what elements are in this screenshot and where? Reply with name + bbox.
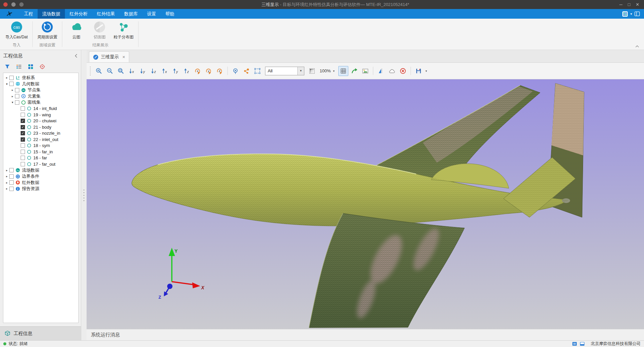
box-select-button[interactable]	[252, 66, 262, 76]
tree-item-face-set[interactable]: ▾面线集	[3, 99, 78, 106]
cloud-display-button[interactable]	[387, 66, 397, 76]
maximize-button[interactable]: □	[628, 2, 630, 7]
menu-tab-2[interactable]: 红外分析	[65, 9, 92, 19]
locate-target-icon[interactable]	[39, 64, 45, 70]
tree-item-element-set[interactable]: ▸元素集	[3, 93, 78, 100]
layout-panel-icon[interactable]	[634, 11, 640, 17]
panel-toggle-outline-icon[interactable]	[580, 341, 585, 346]
menu-tab-3[interactable]: 红外结果	[92, 9, 120, 19]
particle-trace-button[interactable]	[241, 66, 251, 76]
project-info-tab-button[interactable]: 工程信息	[0, 326, 81, 340]
tree-checkbox[interactable]	[15, 88, 19, 92]
ribbon-collapse-icon[interactable]	[635, 45, 639, 48]
tree-item-surface-18-sym[interactable]: 18 - sym	[3, 143, 78, 149]
menu-tab-5[interactable]: 设置	[143, 9, 161, 19]
tree-checkbox[interactable]: ✓	[21, 119, 25, 123]
panel-splitter[interactable]	[81, 50, 87, 340]
view-x-neg-button[interactable]: x	[127, 66, 137, 76]
tree-item-surface-23-nozzle_in[interactable]: ✓23 - nozzle_in	[3, 130, 78, 137]
tree-expand-arrow[interactable]: ▸	[5, 169, 9, 172]
tab-close-icon[interactable]: ✕	[122, 55, 125, 59]
view-z-pos-button[interactable]: z	[182, 66, 192, 76]
toolbar-drag-handle[interactable]	[89, 66, 91, 76]
screenshot-button[interactable]	[360, 66, 370, 76]
tab-3d-view[interactable]: 三维显示 ✕	[89, 51, 129, 62]
display-filter-combo[interactable]: All▼	[265, 67, 304, 75]
tree-expand-arrow[interactable]: ▸	[5, 187, 9, 190]
save-view-button[interactable]	[414, 66, 424, 76]
window-dot-gray-1[interactable]	[11, 2, 16, 7]
texture-button[interactable]	[307, 66, 317, 76]
tree-expand-arrow[interactable]: ▸	[10, 95, 15, 98]
tree-item-flow-data[interactable]: ▸流场数据	[3, 167, 78, 174]
tree-expand-arrow[interactable]: ▸	[5, 175, 9, 178]
export-view-button[interactable]	[349, 66, 359, 76]
tree-expand-arrow[interactable]: ▸	[5, 181, 9, 184]
tree-item-geometry-data[interactable]: ▾几何数据	[3, 81, 78, 87]
tree-item-surface-15-far_in[interactable]: 15 - far_in	[3, 149, 78, 155]
tree-item-surface-17-far_out[interactable]: 17 - far_out	[3, 161, 78, 167]
tree-checkbox[interactable]	[21, 113, 25, 117]
tree-checkbox[interactable]	[21, 143, 25, 148]
tree-expand-arrow[interactable]: ▸	[10, 88, 15, 92]
save-view-caret-icon[interactable]: ▾	[425, 69, 428, 73]
tree-checkbox[interactable]	[21, 162, 25, 166]
zoom-level-dropdown[interactable]: 100%▾	[318, 68, 337, 73]
rotate-x-button[interactable]: x	[193, 66, 203, 76]
tree-expand-arrow[interactable]: ▾	[10, 101, 15, 104]
view-z-neg-button[interactable]: z	[149, 66, 159, 76]
system-message-bar[interactable]: 系统运行消息	[87, 329, 644, 340]
ribbon-button-cloud-map[interactable]: 云图	[66, 20, 87, 42]
view-x-pos-button[interactable]: x	[160, 66, 170, 76]
filter-icon[interactable]	[4, 64, 10, 70]
tree-checkbox[interactable]	[9, 168, 14, 172]
tree-item-surface-21-body[interactable]: ✓21 - body	[3, 124, 78, 130]
close-button[interactable]: ✕	[636, 2, 639, 7]
rotate-z-button[interactable]: z	[215, 66, 225, 76]
view-y-neg-button[interactable]: y	[138, 66, 148, 76]
tree-item-report-resources[interactable]: ▸报告资源	[3, 186, 78, 192]
tree-expand-arrow[interactable]: ▸	[5, 76, 9, 79]
window-dot-red[interactable]	[3, 2, 8, 7]
tree-item-surface-22-inlet_out[interactable]: ✓22 - inlet_out	[3, 136, 78, 143]
tree-item-surface-14-int_fluid[interactable]: 14 - int_fluid	[3, 106, 78, 112]
tree-checkbox[interactable]: ✓	[21, 131, 25, 135]
menu-tab-6[interactable]: 帮助	[161, 9, 179, 19]
tree-expand-arrow[interactable]: ▾	[5, 82, 9, 86]
tree-item-surface-19-wing[interactable]: 19 - wing	[3, 112, 78, 118]
tree-checkbox[interactable]	[15, 94, 19, 98]
ribbon-button-particles[interactable]: 粒子分布图	[112, 20, 135, 42]
tree-checkbox[interactable]	[9, 174, 14, 179]
minimize-button[interactable]: ─	[619, 2, 622, 7]
theme-grid-icon[interactable]	[622, 11, 628, 17]
rotate-y-button[interactable]: y	[204, 66, 214, 76]
tree-item-infrared-data[interactable]: ▸红外数据	[3, 180, 78, 186]
grid-view-icon[interactable]	[28, 64, 34, 70]
tree-checkbox[interactable]	[9, 76, 14, 80]
menubar-caret-icon[interactable]: ▾	[630, 12, 632, 16]
panel-toggle-filled-icon[interactable]	[572, 341, 577, 346]
tree-item-surface-16-far[interactable]: 16 - far	[3, 155, 78, 161]
tree-checkbox[interactable]	[21, 150, 25, 154]
menu-tab-0[interactable]: 工程	[19, 9, 38, 19]
tree-checkbox[interactable]	[9, 187, 14, 191]
tree-checkbox[interactable]	[15, 100, 19, 105]
tree-item-surface-20-chuiwei[interactable]: ✓20 - chuiwei	[3, 118, 78, 124]
clear-results-button[interactable]	[398, 66, 408, 76]
tree-checkbox[interactable]: ✓	[21, 137, 25, 142]
tree-item-boundary-conditions[interactable]: ▸边界条件	[3, 173, 78, 180]
zoom-in-button[interactable]	[94, 66, 104, 76]
tree-checkbox[interactable]	[9, 82, 14, 86]
viewport-3d[interactable]: Y X Z	[87, 79, 644, 329]
grid-button[interactable]	[338, 66, 348, 76]
window-dot-gray-2[interactable]	[19, 2, 24, 7]
menu-tab-4[interactable]: 数据库	[120, 9, 143, 19]
probe-point-button[interactable]	[230, 66, 240, 76]
menu-tab-1[interactable]: 流场数据	[38, 9, 65, 19]
outline-icon[interactable]	[16, 64, 22, 70]
tree-checkbox[interactable]	[21, 106, 25, 111]
combo-dropdown-icon[interactable]: ▼	[297, 67, 304, 75]
tree-item-coordinate-system[interactable]: ▸坐标系	[3, 75, 78, 81]
panel-collapse-button[interactable]	[75, 54, 78, 58]
tree-checkbox[interactable]	[9, 180, 14, 185]
